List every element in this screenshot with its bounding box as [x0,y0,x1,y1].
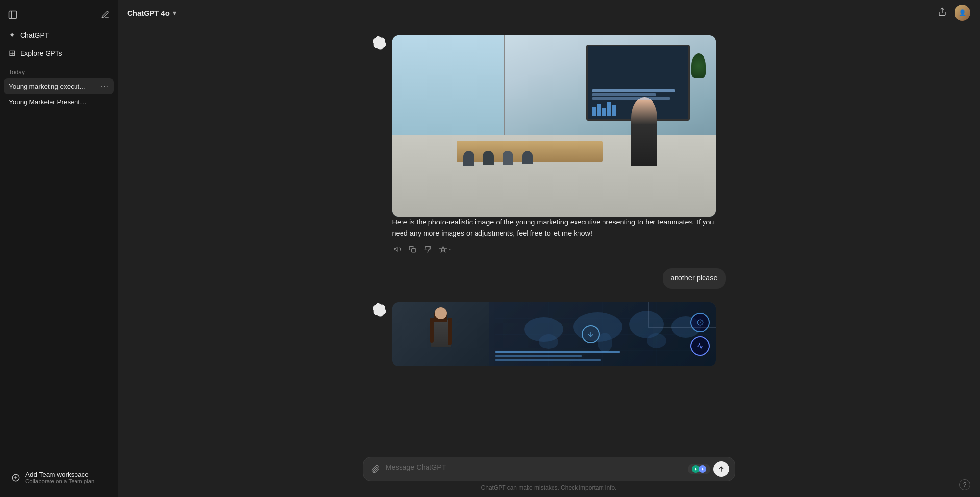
svg-marker-6 [394,248,397,252]
header-right: 👤 [936,5,970,21]
message-input[interactable] [386,463,684,475]
message-actions-1 [392,244,726,254]
speaker-button[interactable] [392,244,402,254]
sidebar-history-item-2[interactable]: Young Marketer Presenting TV [4,95,114,109]
sidebar-item-explore-gpts-label: Explore GPTs [20,50,62,57]
tools-badge[interactable]: ✦ ✦ [688,464,710,474]
new-chat-button[interactable] [99,8,112,21]
message-input-container: ✦ ✦ [363,457,735,481]
add-team-icon [11,473,21,483]
add-team-text: Add Team workspace Collaborate on a Team… [25,471,94,484]
avatar-image: 👤 [959,9,966,16]
add-team-workspace-button[interactable]: Add Team workspace Collaborate on a Team… [6,467,112,488]
sidebar-history-item-1[interactable]: Young marketing executive pr ··· [4,78,114,94]
presenter-illustration [392,302,716,366]
chevron-down-icon: ▾ [173,9,176,17]
main-area: ChatGPT 4o ▾ 👤 [118,0,980,497]
chatgpt-icon: ✦ [9,30,15,40]
svg-rect-7 [411,248,415,252]
user-avatar-button[interactable]: 👤 [955,5,970,21]
share-button[interactable] [936,5,949,21]
generated-image-2 [392,302,716,366]
attach-button[interactable] [369,463,382,475]
presenter-right-panel [489,302,716,366]
sidebar-bottom: Add Team workspace Collaborate on a Team… [4,463,114,492]
sidebar-section-today: Today [4,63,114,78]
sparkle-button[interactable] [438,244,453,254]
sidebar: ✦ ChatGPT ⊞ Explore GPTs Today Young mar… [0,0,118,497]
message-text-1: Here is the photo-realistic image of the… [392,217,726,239]
message-content-1: Here is the photo-realistic image of the… [392,35,726,254]
collapse-sidebar-button[interactable] [6,8,20,22]
presenter-left-panel [392,302,489,366]
sidebar-item-explore-gpts[interactable]: ⊞ Explore GPTs [4,45,114,62]
message-row-assistant-1: Here is the photo-realistic image of the… [373,35,726,254]
help-button[interactable]: ? [959,479,970,490]
message-content-2 [392,302,726,366]
input-area: ✦ ✦ ChatGPT can make mistakes. Check imp… [118,451,980,497]
sidebar-item-chatgpt[interactable]: ✦ ChatGPT [4,26,114,44]
chat-area[interactable]: Here is the photo-realistic image of the… [118,25,980,451]
chatgpt-assistant-icon [373,36,386,50]
footer-note: ChatGPT can make mistakes. Check importa… [481,484,617,493]
generated-image-1 [392,35,716,217]
user-message-bubble: another please [663,268,726,289]
message-row-user-1: another please [373,268,726,289]
history-item-text-1: Young marketing executive pr [9,83,87,90]
model-name-label: ChatGPT 4o [127,9,170,17]
add-team-subtitle: Collaborate on a Team plan [25,478,94,484]
explore-gpts-icon: ⊞ [9,49,15,58]
add-team-title: Add Team workspace [25,471,94,478]
svg-rect-0 [9,11,17,19]
header: ChatGPT 4o ▾ 👤 [118,0,980,25]
model-selector[interactable]: ChatGPT 4o ▾ [127,9,176,17]
chat-messages: Here is the photo-realistic image of the… [363,35,735,380]
thumbs-down-button[interactable] [423,244,433,254]
presenter-person [426,307,455,361]
meeting-room-illustration [392,35,716,217]
send-button[interactable] [713,461,729,477]
history-item-text-2: Young Marketer Presenting TV [9,99,87,106]
chatgpt-assistant-icon-2 [373,303,386,317]
sidebar-top-bar [4,5,114,26]
history-item-dots-1[interactable]: ··· [101,82,109,91]
copy-button[interactable] [407,244,418,254]
tool-icon-2: ✦ [699,465,706,473]
sidebar-item-chatgpt-label: ChatGPT [20,31,49,39]
input-right-buttons: ✦ ✦ [688,461,729,477]
footer-note-text: ChatGPT can make mistakes. Check importa… [481,484,617,491]
message-row-assistant-2 [373,302,726,366]
